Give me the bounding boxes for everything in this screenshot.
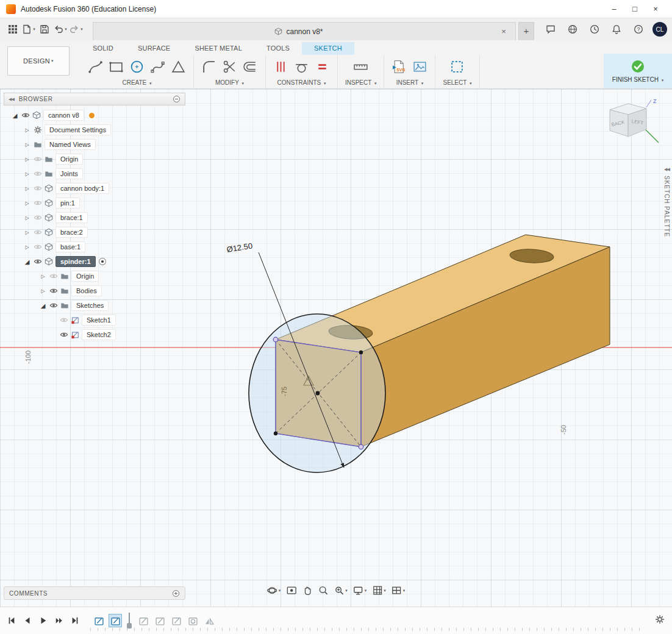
expand-arrow-icon[interactable]: ▷ bbox=[23, 186, 31, 191]
equal-constraint-icon[interactable] bbox=[315, 59, 330, 74]
browser-item-cannon-body[interactable]: ▷ cannon body:1 bbox=[4, 181, 185, 196]
pan-button[interactable] bbox=[302, 585, 312, 596]
rectangle-tool-icon[interactable] bbox=[109, 59, 124, 74]
tab-surface[interactable]: SURFACE bbox=[126, 42, 182, 55]
save-button[interactable] bbox=[37, 21, 52, 37]
close-document-icon[interactable]: × bbox=[498, 27, 509, 36]
maximize-button[interactable]: □ bbox=[624, 1, 645, 18]
orbit-button[interactable]: ▾ bbox=[267, 585, 281, 596]
browser-item-brace1[interactable]: ▷ brace:1 bbox=[4, 210, 185, 225]
modify-menu[interactable]: MODIFY ▾ bbox=[201, 79, 258, 88]
comments-icon[interactable] bbox=[543, 21, 559, 37]
inspect-menu[interactable]: INSPECT ▾ bbox=[345, 79, 376, 88]
browser-item-bodies[interactable]: ▷ Bodies bbox=[4, 283, 185, 298]
close-button[interactable]: × bbox=[645, 1, 666, 18]
browser-item-sketch2[interactable]: Sketch2 bbox=[4, 327, 185, 342]
visibility-eye-icon[interactable] bbox=[34, 243, 42, 251]
job-status-clock-icon[interactable] bbox=[587, 21, 602, 37]
browser-item-spinder-active[interactable]: ◢ spinder:1 bbox=[4, 254, 185, 269]
expand-arrow-icon[interactable]: ▷ bbox=[39, 274, 47, 279]
expand-arrow-icon[interactable]: ◢ bbox=[23, 258, 31, 265]
web-icon[interactable] bbox=[565, 21, 581, 37]
tab-sketch[interactable]: SKETCH bbox=[302, 42, 354, 55]
select-menu[interactable]: SELECT ▾ bbox=[443, 79, 471, 88]
visibility-eye-icon[interactable] bbox=[21, 111, 30, 119]
constraint-lines-icon[interactable] bbox=[273, 59, 288, 74]
document-tab[interactable]: cannon v8* × bbox=[93, 22, 516, 40]
minimize-button[interactable]: – bbox=[604, 1, 624, 18]
play-button[interactable] bbox=[39, 616, 48, 625]
browser-header[interactable]: ◀◀ BROWSER bbox=[4, 93, 185, 105]
grid-settings-button[interactable]: ▾ bbox=[372, 585, 386, 596]
redo-button[interactable]: ▾ bbox=[68, 21, 84, 37]
timeline-feature-sketch[interactable] bbox=[137, 614, 149, 627]
browser-item-brace2[interactable]: ▷ brace:2 bbox=[4, 225, 185, 240]
view-cube[interactable]: Z BACK LEFT bbox=[601, 98, 662, 151]
visibility-eye-icon[interactable] bbox=[60, 316, 68, 324]
browser-item-sketch1[interactable]: Sketch1 bbox=[4, 313, 185, 327]
visibility-eye-icon[interactable] bbox=[34, 213, 42, 222]
offset-tool-icon[interactable] bbox=[243, 59, 258, 74]
expand-arrow-icon[interactable]: ▷ bbox=[23, 215, 31, 221]
minimize-panel-icon[interactable] bbox=[173, 95, 181, 103]
tab-solid[interactable]: SOLID bbox=[80, 42, 126, 55]
viewports-button[interactable]: ▾ bbox=[391, 585, 406, 596]
measure-tool-icon[interactable] bbox=[353, 59, 368, 74]
timeline-position-marker[interactable] bbox=[126, 611, 133, 630]
app-grid-button[interactable] bbox=[5, 21, 21, 37]
diameter-dimension-label[interactable]: Ø12.50 bbox=[226, 241, 253, 254]
fillet-tool-icon[interactable] bbox=[201, 59, 216, 74]
timeline-ruler[interactable] bbox=[90, 628, 645, 631]
browser-item-sketches[interactable]: ◢ Sketches bbox=[4, 298, 185, 313]
timeline-feature-mirror[interactable] bbox=[203, 614, 215, 627]
browser-item-root[interactable]: ◢ cannon v8 bbox=[4, 108, 185, 123]
timeline-feature-sketch[interactable] bbox=[154, 614, 166, 627]
tab-tools[interactable]: TOOLS bbox=[254, 42, 302, 55]
comments-bar[interactable]: COMMENTS bbox=[4, 586, 185, 600]
user-avatar[interactable]: CL bbox=[652, 22, 667, 37]
timeline-feature-circle[interactable] bbox=[187, 614, 199, 627]
tangent-constraint-icon[interactable] bbox=[294, 59, 309, 74]
workspace-switcher[interactable]: DESIGN ▾ bbox=[7, 46, 70, 76]
browser-item-pin[interactable]: ▷ pin:1 bbox=[4, 196, 185, 210]
expand-arrow-icon[interactable]: ◢ bbox=[11, 112, 19, 119]
visibility-eye-icon[interactable] bbox=[49, 287, 58, 295]
add-comment-icon[interactable] bbox=[172, 589, 180, 597]
new-document-tab-button[interactable]: + bbox=[518, 22, 534, 40]
tab-sheet-metal[interactable]: SHEET METAL bbox=[182, 42, 254, 55]
browser-item-document-settings[interactable]: ▷ Document Settings bbox=[4, 123, 185, 137]
step-back-button[interactable] bbox=[23, 616, 32, 625]
circle-tool-icon[interactable] bbox=[129, 59, 145, 74]
visibility-eye-icon[interactable] bbox=[34, 228, 42, 237]
skip-to-start-button[interactable] bbox=[7, 616, 16, 625]
insert-canvas-icon[interactable] bbox=[412, 59, 427, 74]
timeline-feature-sketch[interactable] bbox=[93, 614, 105, 627]
insert-svg-icon[interactable] bbox=[391, 59, 407, 74]
constraints-menu[interactable]: CONSTRAINTS ▾ bbox=[273, 79, 330, 88]
notifications-bell-icon[interactable] bbox=[609, 21, 624, 37]
look-at-button[interactable] bbox=[286, 585, 296, 596]
visibility-eye-icon[interactable] bbox=[34, 184, 42, 193]
zoom-button[interactable] bbox=[318, 585, 328, 596]
expand-arrow-icon[interactable]: ▷ bbox=[23, 230, 31, 235]
expand-arrow-icon[interactable]: ▷ bbox=[23, 201, 31, 206]
step-forward-button[interactable] bbox=[55, 616, 63, 625]
display-settings-button[interactable]: ▾ bbox=[353, 585, 367, 596]
browser-item-base[interactable]: ▷ base:1 bbox=[4, 240, 185, 254]
expand-panel-icon[interactable]: ◀◀ bbox=[664, 167, 670, 172]
browser-item-joints[interactable]: ▷ Joints bbox=[4, 166, 185, 181]
visibility-eye-icon[interactable] bbox=[34, 169, 42, 178]
visibility-eye-icon[interactable] bbox=[34, 257, 42, 266]
finish-sketch-button[interactable]: FINISH SKETCH ▾ bbox=[604, 54, 672, 88]
browser-item-spinder-origin[interactable]: ▷ Origin bbox=[4, 269, 185, 283]
expand-arrow-icon[interactable]: ◢ bbox=[39, 302, 47, 309]
create-menu[interactable]: CREATE ▾ bbox=[88, 79, 186, 88]
expand-arrow-icon[interactable]: ▷ bbox=[23, 244, 31, 250]
collapse-panel-icon[interactable]: ◀◀ bbox=[9, 97, 14, 102]
trim-tool-icon[interactable] bbox=[222, 59, 237, 74]
timeline-settings-gear-icon[interactable] bbox=[655, 614, 665, 627]
expand-arrow-icon[interactable]: ▷ bbox=[23, 171, 31, 177]
timeline-feature-sketch[interactable] bbox=[109, 614, 121, 627]
expand-arrow-icon[interactable]: ▷ bbox=[23, 157, 31, 162]
browser-item-origin[interactable]: ▷ Origin bbox=[4, 152, 185, 166]
